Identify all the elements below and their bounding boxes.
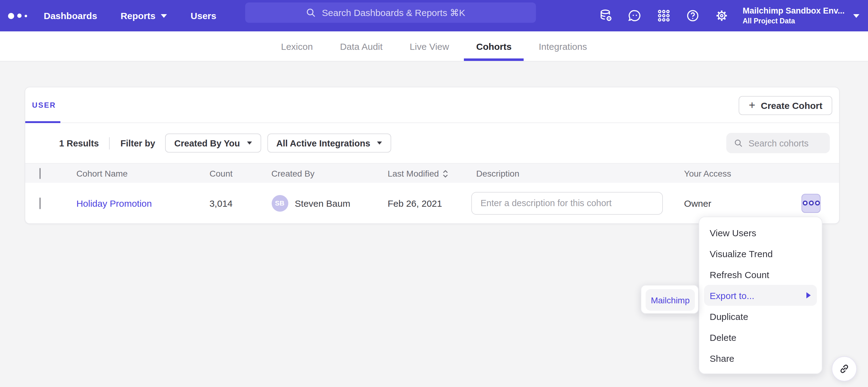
logo-dot-large [8,12,14,19]
project-text: Mailchimp Sandbox Env... All Project Dat… [743,6,845,26]
menu-item-export-to-label: Export to... [710,290,754,301]
nav-item-users[interactable]: Users [191,10,216,21]
export-submenu: Mailchimp [641,285,699,314]
access-level: Owner [684,198,802,208]
active-tab-underline [464,59,524,61]
link-icon [838,363,850,375]
last-modified-date: Feb 26, 2021 [388,198,476,208]
data-management-button[interactable] [592,0,621,31]
menu-item-share[interactable]: Share [699,348,822,368]
apps-grid-button[interactable] [650,0,679,31]
top-nav: Dashboards Reports Users [0,0,868,31]
cohort-search[interactable] [726,133,830,153]
feedback-icon [628,9,642,23]
tab-cohorts-label: Cohorts [476,41,512,51]
search-icon [734,138,743,148]
project-subtitle: All Project Data [743,16,845,26]
menu-item-visualize-trend[interactable]: Visualize Trend [699,243,822,264]
create-cohort-label: Create Cohort [761,100,823,111]
nav-item-users-label: Users [191,10,216,21]
mixpanel-logo [8,12,35,19]
settings-button[interactable] [708,0,737,31]
app-root: Dashboards Reports Users [0,0,868,387]
sort-icon [443,170,449,177]
help-button[interactable] [679,0,708,31]
header-last-modified-label: Last Modified [388,168,439,178]
submenu-arrow-icon [806,292,811,298]
global-search[interactable] [245,2,536,23]
search-icon [305,7,316,18]
header-count[interactable]: Count [185,168,232,178]
chevron-down-icon [247,142,252,145]
feedback-button[interactable] [621,0,650,31]
top-nav-right: Mailchimp Sandbox Env... All Project Dat… [592,0,859,31]
logo-dot-medium [17,13,22,18]
created-by-name: Steven Baum [295,198,350,208]
copy-link-button[interactable] [832,356,857,382]
settings-icon [715,9,729,23]
data-management-icon [599,9,613,23]
header-created-by[interactable]: Created By [232,168,388,178]
description-input[interactable] [471,192,663,214]
header-cohort-name[interactable]: Cohort Name [62,168,185,178]
apps-grid-icon [657,9,671,23]
integrations-filter-label: All Active Integrations [276,138,370,148]
menu-item-delete[interactable]: Delete [699,327,822,348]
select-all-checkbox[interactable] [39,168,41,179]
menu-item-refresh-count[interactable]: Refresh Count [699,264,822,285]
tab-user-label: USER [32,101,56,109]
header-description[interactable]: Description [476,168,684,178]
header-your-access[interactable]: Your Access [684,168,802,178]
table-header: Cohort Name Count Created By Last Modifi… [25,163,839,183]
integrations-filter[interactable]: All Active Integrations [267,134,391,152]
tab-lexicon[interactable]: Lexicon [281,31,313,61]
row-checkbox[interactable] [39,197,41,209]
avatar: SB [271,195,288,211]
row-actions-button[interactable] [802,194,820,213]
toolbar-left: 1 Results Filter by Created By You All A… [59,134,397,152]
tab-live-view[interactable]: Live View [410,31,449,61]
menu-item-duplicate[interactable]: Duplicate [699,306,822,327]
secondary-nav: Lexicon Data Audit Live View Cohorts Int… [0,31,868,62]
nav-item-reports[interactable]: Reports [120,10,167,21]
submenu-item-mailchimp[interactable]: Mailchimp [646,289,695,311]
tab-integrations[interactable]: Integrations [539,31,587,61]
nav-item-dashboards[interactable]: Dashboards [44,10,97,21]
project-switcher[interactable]: Mailchimp Sandbox Env... All Project Dat… [743,6,859,26]
results-count: 1 Results [59,138,99,148]
plus-icon: + [749,100,755,111]
tab-cohorts[interactable]: Cohorts [476,31,512,61]
card-header: USER + Create Cohort [25,87,839,123]
cohort-name-link[interactable]: Holiday Promotion [76,198,152,208]
created-by-filter[interactable]: Created By You [165,134,261,152]
global-search-input[interactable] [322,7,476,18]
project-name: Mailchimp Sandbox Env... [743,6,845,16]
header-last-modified[interactable]: Last Modified [388,168,476,178]
filter-toolbar: 1 Results Filter by Created By You All A… [25,123,839,163]
top-nav-links: Dashboards Reports Users [44,10,216,21]
cohorts-card: USER + Create Cohort 1 Results Filter by… [25,87,840,224]
chevron-down-icon [853,14,859,17]
created-by-filter-label: Created By You [174,138,240,148]
menu-item-view-users[interactable]: View Users [699,222,822,243]
chevron-down-icon [161,14,167,17]
nav-item-dashboards-label: Dashboards [44,10,97,21]
nav-item-reports-label: Reports [120,10,155,21]
cohort-count: 3,014 [185,198,232,208]
create-cohort-button[interactable]: + Create Cohort [739,96,832,115]
more-dots-icon [802,201,807,206]
row-context-menu: View Users Visualize Trend Refresh Count… [699,217,823,374]
divider [110,137,110,149]
logo-dot-small [25,14,27,17]
cohort-search-input[interactable] [748,138,823,148]
menu-item-export-to[interactable]: Export to... [704,285,817,306]
help-icon [686,9,700,23]
filter-by-label: Filter by [120,138,155,148]
tab-user[interactable]: USER [32,87,56,122]
chevron-down-icon [377,142,382,145]
tab-data-audit[interactable]: Data Audit [340,31,382,61]
